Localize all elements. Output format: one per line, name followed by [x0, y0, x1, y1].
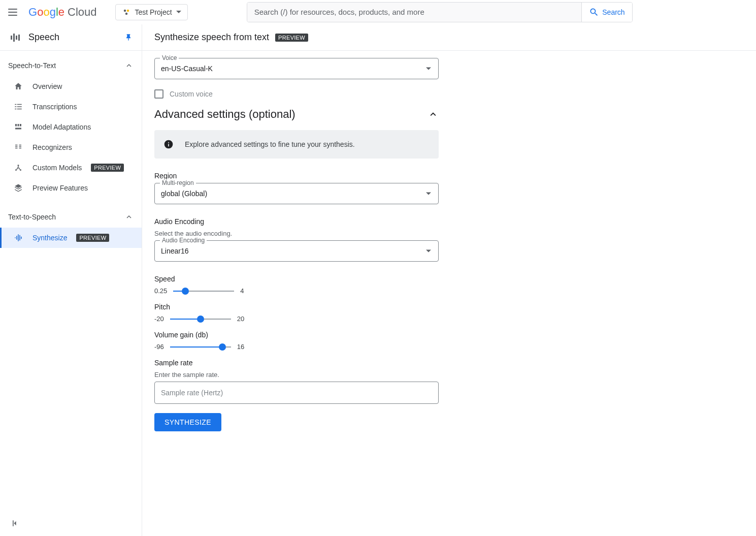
- svg-rect-7: [15, 124, 17, 127]
- project-picker[interactable]: Test Project: [115, 4, 188, 20]
- advanced-settings-header[interactable]: Advanced settings (optional): [154, 108, 439, 121]
- volume-thumb[interactable]: [219, 343, 226, 351]
- pitch-min: -20: [154, 315, 164, 323]
- svg-rect-4: [13, 34, 15, 42]
- nav-item-label: Synthesize: [32, 234, 67, 242]
- custom-voice-row: Custom voice: [154, 89, 439, 99]
- region-select[interactable]: Multi-region global (Global): [154, 183, 439, 204]
- logo-cloud-text: Cloud: [68, 6, 96, 19]
- speech-product-icon: [9, 31, 21, 44]
- gcp-logo[interactable]: Google Cloud: [28, 6, 97, 19]
- nav-transcriptions[interactable]: Transcriptions: [0, 97, 142, 117]
- encoding-value: Linear16: [155, 241, 438, 261]
- nav-item-label: Overview: [32, 82, 62, 90]
- section-label: Text-to-Speech: [8, 213, 56, 221]
- svg-rect-9: [20, 124, 21, 127]
- sample-rate-helper: Enter the sample rate.: [154, 371, 439, 379]
- collapse-icon: [10, 518, 20, 528]
- svg-point-11: [18, 165, 19, 166]
- encoding-heading: Audio Encoding: [154, 217, 439, 226]
- topbar: Google Cloud Test Project Search: [0, 0, 756, 24]
- custom-voice-checkbox[interactable]: [154, 89, 163, 99]
- nav-section-tts: Text-to-Speech Synthesize PREVIEW: [0, 202, 142, 252]
- nav-recognizers[interactable]: Recognizers: [0, 137, 142, 157]
- svg-point-2: [125, 12, 127, 15]
- speed-slider-row: 0.25 4: [154, 287, 439, 295]
- nav-overview[interactable]: Overview: [0, 76, 142, 97]
- pitch-fill: [170, 319, 201, 320]
- chevron-up-icon: [124, 61, 134, 70]
- volume-min: -96: [154, 343, 164, 351]
- searchbar: Search: [247, 2, 633, 22]
- chevron-up-icon: [428, 109, 439, 120]
- nav-preview-features[interactable]: Preview Features: [0, 178, 142, 198]
- model-icon: [13, 163, 23, 173]
- svg-point-13: [20, 169, 21, 171]
- region-heading: Region: [154, 172, 439, 180]
- preview-badge: PREVIEW: [91, 164, 124, 172]
- svg-point-12: [15, 169, 17, 171]
- sample-rate-input[interactable]: [155, 382, 438, 403]
- sample-rate-heading: Sample rate: [154, 359, 439, 367]
- logo-google-text: Google: [28, 6, 64, 19]
- pitch-slider-row: -20 20: [154, 315, 439, 323]
- voice-field-label: Voice: [160, 54, 179, 61]
- encoding-select[interactable]: Audio Encoding Linear16: [154, 240, 439, 262]
- volume-heading: Volume gain (db): [154, 331, 439, 339]
- speed-thumb[interactable]: [182, 288, 189, 295]
- speed-slider[interactable]: [173, 291, 234, 292]
- project-name: Test Project: [135, 8, 172, 16]
- nav-synthesize[interactable]: Synthesize PREVIEW: [0, 228, 142, 248]
- nav-item-label: Transcriptions: [32, 103, 77, 111]
- nav-model-adaptations[interactable]: Model Adaptations: [0, 117, 142, 137]
- info-banner-text: Explore advanced settings to fine tune y…: [185, 140, 355, 148]
- sidebar-collapse[interactable]: [10, 518, 20, 530]
- pitch-thumb[interactable]: [197, 316, 204, 323]
- svg-point-1: [126, 9, 129, 12]
- sidebar-header: Speech: [0, 24, 142, 51]
- encoding-field-label: Audio Encoding: [160, 237, 207, 244]
- layers-icon: [13, 183, 23, 193]
- nav-item-label: Custom Models: [32, 164, 82, 172]
- pin-icon[interactable]: [124, 34, 133, 42]
- nav-custom-models[interactable]: Custom Models PREVIEW: [0, 157, 142, 178]
- advanced-settings-title: Advanced settings (optional): [154, 108, 295, 121]
- volume-slider[interactable]: [170, 346, 231, 348]
- svg-rect-5: [16, 36, 17, 40]
- pitch-slider[interactable]: [170, 319, 231, 320]
- home-icon: [13, 81, 23, 91]
- volume-fill: [170, 346, 222, 348]
- list-icon: [13, 102, 23, 112]
- speed-heading: Speed: [154, 275, 439, 283]
- synthesize-icon: [13, 233, 23, 243]
- info-banner: Explore advanced settings to fine tune y…: [154, 130, 439, 159]
- speed-min: 0.25: [154, 287, 167, 295]
- page-header: Synthesize speech from text PREVIEW: [142, 24, 756, 51]
- recognizer-icon: [13, 142, 23, 152]
- page-title: Synthesize speech from text: [154, 32, 269, 43]
- search-input[interactable]: [247, 3, 582, 22]
- svg-rect-10: [15, 128, 21, 130]
- section-header-stt[interactable]: Speech-to-Text: [0, 55, 142, 76]
- content: Voice en-US-Casual-K Custom voice Advanc…: [142, 51, 756, 452]
- svg-rect-8: [18, 124, 19, 127]
- nav-item-label: Model Adaptations: [32, 123, 91, 131]
- encoding-helper: Select the audio encoding.: [154, 230, 439, 237]
- section-header-tts[interactable]: Text-to-Speech: [0, 206, 142, 228]
- pitch-heading: Pitch: [154, 303, 439, 311]
- info-icon: [163, 139, 174, 149]
- form: Voice en-US-Casual-K Custom voice Advanc…: [154, 58, 439, 431]
- nav-item-label: Preview Features: [32, 184, 88, 192]
- synthesize-button[interactable]: SYNTHESIZE: [154, 413, 221, 431]
- search-button[interactable]: Search: [581, 3, 632, 22]
- search-icon: [589, 7, 599, 17]
- adapt-icon: [13, 122, 23, 132]
- svg-rect-6: [18, 35, 20, 41]
- region-field-label: Multi-region: [160, 179, 196, 186]
- speed-max: 4: [240, 287, 244, 295]
- voice-select[interactable]: Voice en-US-Casual-K: [154, 58, 439, 79]
- section-label: Speech-to-Text: [8, 61, 56, 70]
- search-button-label: Search: [602, 8, 624, 16]
- menu-icon[interactable]: [8, 6, 20, 18]
- pitch-max: 20: [237, 315, 244, 323]
